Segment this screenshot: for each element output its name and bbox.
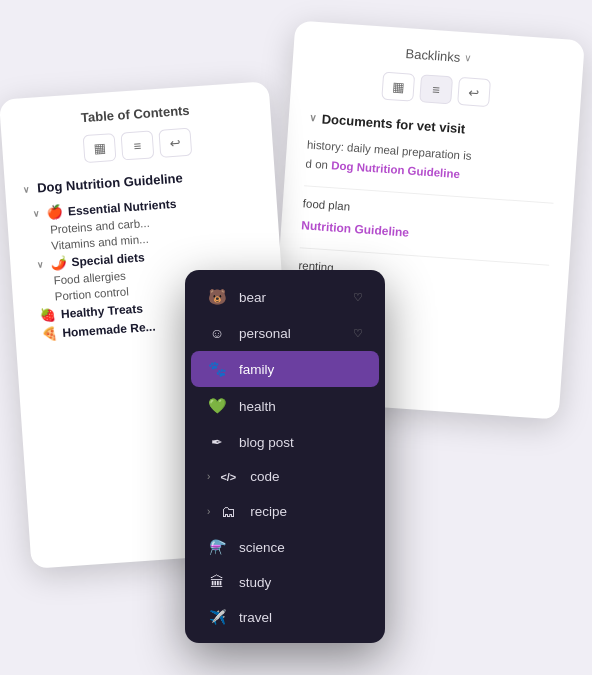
backlinks-list-icon: ≡ [432, 82, 441, 97]
recipe-icon: 🗂 [218, 503, 238, 520]
dropdown-item-bear[interactable]: 🐻 bear ♡ [191, 279, 379, 315]
study-icon: 🏛 [207, 574, 227, 590]
backlinks-chevron: ∨ [464, 52, 472, 63]
blog-post-icon: ✒ [207, 434, 227, 450]
section-toggle-arrow[interactable]: ∨ [308, 113, 316, 124]
backlinks-header: Backlinks ∨ [313, 40, 563, 72]
dropdown-item-personal[interactable]: ☺ personal ♡ [191, 316, 379, 350]
dropdown-menu: 🐻 bear ♡ ☺ personal ♡ 🐾 family 💚 health … [185, 270, 385, 643]
recipe-expand-icon: › [207, 506, 210, 517]
toc-back-btn[interactable]: ↩ [158, 128, 192, 158]
toc-toolbar: ▦ ≡ ↩ [20, 123, 255, 167]
dropdown-item-health[interactable]: 💚 health [191, 388, 379, 424]
code-expand-icon: › [207, 471, 210, 482]
dropdown-item-study[interactable]: 🏛 study [191, 565, 379, 599]
travel-icon: ✈️ [207, 609, 227, 625]
backlinks-chart-icon: ▦ [392, 79, 405, 95]
backlinks-chart-btn[interactable]: ▦ [381, 72, 415, 102]
health-icon: 💚 [207, 397, 227, 415]
dropdown-item-science[interactable]: ⚗️ science [191, 530, 379, 564]
science-icon: ⚗️ [207, 539, 227, 555]
toc-back-icon: ↩ [169, 135, 181, 151]
dropdown-item-travel[interactable]: ✈️ travel [191, 600, 379, 634]
backlink-link-2[interactable]: Nutrition Guideline [301, 216, 552, 253]
backlink-item-1: history: daily meal preparation isd on D… [305, 135, 557, 191]
backlinks-title: Backlinks [405, 46, 461, 65]
toc-list-icon: ≡ [133, 138, 142, 153]
toc-chart-btn[interactable]: ▦ [83, 133, 117, 163]
code-icon: </> [218, 471, 238, 483]
personal-icon: ☺ [207, 325, 227, 341]
bear-icon: 🐻 [207, 288, 227, 306]
dropdown-item-recipe[interactable]: › 🗂 recipe [191, 494, 379, 529]
backlink-item-2: food plan Nutrition Guideline [301, 195, 553, 253]
backlinks-toolbar: ▦ ≡ ↩ [310, 67, 561, 112]
toc-toggle-arrow[interactable]: ∨ [23, 184, 31, 194]
toc-list-btn[interactable]: ≡ [121, 130, 155, 160]
backlinks-back-btn[interactable]: ↩ [457, 77, 491, 107]
family-icon: 🐾 [207, 360, 227, 378]
backlink-link-1[interactable]: Dog Nutrition Guideline [331, 159, 461, 180]
dropdown-item-code[interactable]: › </> code [191, 460, 379, 493]
dropdown-item-family[interactable]: 🐾 family [191, 351, 379, 387]
toc-chart-icon: ▦ [93, 140, 106, 156]
backlinks-list-btn[interactable]: ≡ [419, 74, 453, 104]
dropdown-item-blog-post[interactable]: ✒ blog post [191, 425, 379, 459]
backlinks-back-icon: ↩ [468, 84, 480, 100]
